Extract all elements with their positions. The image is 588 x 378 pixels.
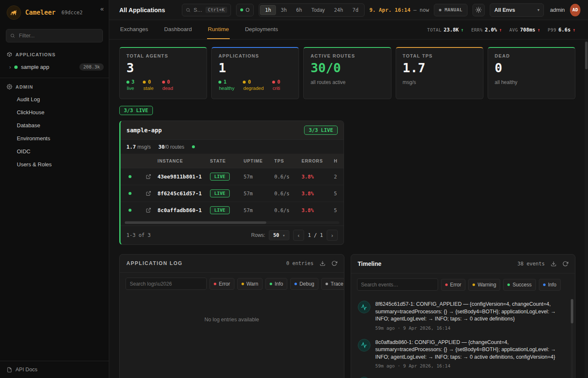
application-log-header: APPLICATION LOG 0 entries	[120, 255, 344, 273]
instance-id: 8c0affadb860-1	[158, 207, 210, 213]
filter-chip-info[interactable]: Info	[265, 278, 287, 290]
time-range-7d[interactable]: 7d	[348, 5, 363, 15]
filter-chip-info[interactable]: Info	[539, 279, 561, 291]
application-log-controls: Error Warn Info Debug Trace	[120, 273, 344, 295]
refresh-icon[interactable]	[562, 261, 568, 267]
external-link-icon[interactable]	[139, 191, 158, 196]
sidebar-item-database[interactable]: Database	[0, 119, 109, 132]
external-link-icon[interactable]	[139, 174, 158, 179]
sample-app-count-badge: 208.3k	[79, 63, 104, 71]
sidebar-item-environments[interactable]: Environments	[0, 132, 109, 145]
stat-total: TOTAL23.8K↑	[427, 27, 464, 33]
tab-runtime[interactable]: Runtime	[207, 20, 230, 39]
filter-chip-warn[interactable]: Warn	[237, 278, 262, 290]
scrollbar-thumb[interactable]	[585, 42, 588, 69]
refresh-icon[interactable]	[331, 260, 337, 266]
extra-value: 5	[334, 191, 343, 197]
sidebar-item-clickhouse[interactable]: ClickHouse	[0, 106, 109, 119]
stat-cards-row: TOTAL AGENTS 3 3live 0stale 0dead APPLIC…	[119, 47, 575, 99]
legend-critical: 0criti	[272, 79, 280, 91]
page-scrollbar[interactable]	[585, 40, 588, 378]
sun-icon	[475, 7, 482, 13]
tab-exchanges[interactable]: Exchanges	[119, 20, 149, 39]
table-row[interactable]: 8f6245c61d57-1 LIVE 57m 0.6/s 3.8% 5	[121, 185, 344, 202]
sidebar-collapse-icon[interactable]: «	[100, 5, 104, 12]
tab-deployments[interactable]: Deployments	[244, 20, 279, 39]
api-docs-label: API Docs	[16, 367, 37, 373]
timeline-scrollbar[interactable]	[571, 299, 573, 378]
empty-state-text: No log entries available	[120, 295, 344, 323]
global-search[interactable]: S… Ctrl+K	[182, 4, 231, 16]
filter-chip-success[interactable]: Success	[503, 279, 536, 291]
avatar[interactable]: AD	[570, 4, 580, 16]
state-badge: LIVE	[210, 189, 230, 197]
bottom-panels: APPLICATION LOG 0 entries Error Warn Inf…	[119, 254, 575, 378]
filter-chip-trace[interactable]: Trace	[321, 278, 344, 290]
online-indicator[interactable]: O	[236, 4, 254, 16]
scrollbar-thumb[interactable]	[571, 299, 573, 323]
chevron-down-icon: ▾	[537, 8, 539, 12]
filter-chip-debug[interactable]: Debug	[290, 278, 318, 290]
card-title: APPLICATIONS	[218, 53, 292, 58]
next-page-button[interactable]: ›	[327, 230, 338, 241]
table-row[interactable]: 8c0affadb860-1 LIVE 57m 0.6/s 3.8% 5	[121, 202, 344, 218]
status-dot-green	[129, 175, 131, 178]
sample-app-label: sample app	[21, 64, 49, 70]
log-search-input[interactable]	[126, 278, 207, 290]
env-select[interactable]: All Envs ▾	[490, 3, 544, 17]
trend-up-icon: ↑	[499, 27, 502, 33]
uptime-value: 57m	[244, 191, 274, 197]
user-name: admin	[550, 7, 564, 13]
sidebar-item-oidc[interactable]: OIDC	[0, 145, 109, 158]
app-name: sample-app	[126, 127, 162, 134]
time-range-group: 1h 3h 6h Today 24h 7d	[259, 3, 365, 17]
status-dot-green	[14, 66, 18, 69]
theme-toggle-button[interactable]	[472, 4, 485, 16]
filter-chip-error[interactable]: Error	[441, 279, 466, 291]
sidebar: Cameleer 69dcce2 « APPLICATIONS › sample…	[0, 0, 109, 378]
errors-value: 3.8%	[302, 191, 334, 197]
timeline-events-list: 8f6245c61d57-1: CONFIG_APPLIED — {config…	[351, 296, 575, 378]
time-range-24h[interactable]: 24h	[329, 5, 348, 15]
document-icon	[7, 367, 12, 373]
card-subtitle: all healthy	[495, 79, 568, 85]
time-range-today[interactable]: Today	[307, 5, 329, 15]
tab-dashboard[interactable]: Dashboard	[163, 20, 193, 39]
camel-logo-icon	[7, 5, 21, 20]
tps-value: 0.6/s	[274, 207, 302, 213]
sidebar-item-audit-log[interactable]: Audit Log	[0, 93, 109, 106]
sidebar-item-sample-app[interactable]: › sample app 208.3k	[0, 60, 109, 74]
scrollbar-thumb[interactable]	[125, 221, 266, 224]
table-row[interactable]: 43ee9811b801-1 LIVE 57m 0.6/s 3.8% 2	[121, 168, 344, 185]
prev-page-button[interactable]: ‹	[293, 230, 304, 241]
time-range-1h[interactable]: 1h	[260, 5, 276, 15]
events-search-input[interactable]	[357, 278, 438, 291]
download-icon[interactable]	[551, 261, 556, 267]
gear-icon	[7, 84, 12, 89]
horizontal-scrollbar[interactable]	[125, 221, 339, 224]
manual-mode-button[interactable]: MANUAL	[434, 4, 467, 16]
panel-title: APPLICATION LOG	[126, 260, 183, 266]
rows-per-page-select[interactable]: 50▾	[269, 230, 289, 240]
health-dot	[192, 145, 195, 148]
legend-live: 3live	[126, 79, 134, 91]
uptime-value: 57m	[244, 207, 274, 213]
card-title: DEAD	[495, 53, 568, 58]
time-range-6h[interactable]: 6h	[291, 5, 307, 15]
chevron-down-icon: ▾	[283, 233, 285, 238]
sidebar-item-users-roles[interactable]: Users & Roles	[0, 158, 109, 171]
state-badge: LIVE	[210, 173, 230, 181]
api-docs-link[interactable]: API Docs	[0, 361, 109, 378]
online-dot	[240, 8, 243, 11]
card-title: ACTIVE ROUTES	[310, 53, 384, 58]
sidebar-filter-input[interactable]	[6, 29, 103, 42]
errors-value: 3.8%	[302, 174, 334, 180]
time-range-3h[interactable]: 3h	[276, 5, 291, 15]
download-icon[interactable]	[320, 260, 326, 266]
filter-chip-error[interactable]: Error	[210, 278, 234, 290]
time-separator: –	[413, 7, 417, 13]
trend-up-icon: ↑	[537, 27, 540, 33]
app-card-header: sample-app 3/3 LIVE	[121, 121, 344, 139]
external-link-icon[interactable]	[139, 207, 158, 213]
filter-chip-warning[interactable]: Warning	[468, 279, 500, 291]
